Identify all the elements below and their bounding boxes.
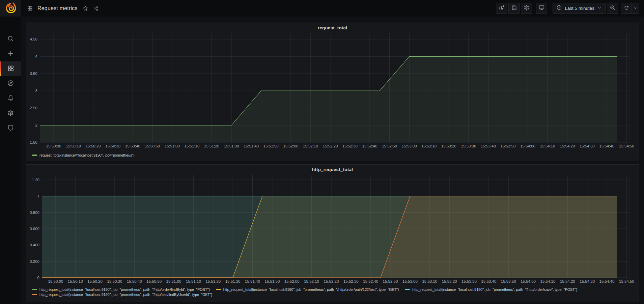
svg-text:15:53:20: 15:53:20 <box>441 144 456 148</box>
legend-series-label: http_request_total{instance="localhost:9… <box>412 287 577 292</box>
svg-text:15:51:20: 15:51:20 <box>204 144 219 148</box>
svg-text:3: 3 <box>35 89 37 93</box>
sidebar-item-server-admin[interactable] <box>0 121 21 136</box>
svg-text:3.50: 3.50 <box>30 72 37 76</box>
legend-item[interactable]: http_request_total{instance="localhost:9… <box>405 287 577 292</box>
grafana-logo-button[interactable] <box>0 0 21 17</box>
svg-text:15:53:10: 15:53:10 <box>421 144 437 148</box>
time-range-picker[interactable]: Last 5 minutes <box>553 3 606 14</box>
svg-text:15:54:30: 15:54:30 <box>580 279 595 283</box>
legend-series-marker <box>32 155 37 156</box>
svg-text:15:53:50: 15:53:50 <box>501 144 516 148</box>
svg-text:15:50:10: 15:50:10 <box>68 279 83 283</box>
svg-text:15:52:20: 15:52:20 <box>324 279 339 283</box>
svg-text:15:54:50: 15:54:50 <box>619 144 634 148</box>
svg-text:15:52:30: 15:52:30 <box>342 144 358 148</box>
svg-text:15:53:00: 15:53:00 <box>402 144 417 148</box>
legend-item[interactable]: http_request_total{instance="localhost:9… <box>32 293 212 297</box>
svg-text:1: 1 <box>37 194 39 198</box>
svg-text:15:51:50: 15:51:50 <box>263 144 279 148</box>
svg-text:15:51:50: 15:51:50 <box>265 279 280 283</box>
cycle-view-mode-button[interactable] <box>536 3 547 14</box>
legend-item[interactable]: http_request_total{instance="localhost:9… <box>32 287 210 292</box>
legend-series-marker <box>216 289 221 290</box>
svg-text:0: 0 <box>37 276 39 280</box>
time-range-label: Last 5 minutes <box>565 6 594 11</box>
bell-icon <box>7 94 14 103</box>
svg-text:15:51:10: 15:51:10 <box>185 144 200 148</box>
refresh-button[interactable] <box>621 3 632 14</box>
svg-text:15:51:00: 15:51:00 <box>165 144 180 148</box>
sidebar-item-dashboards[interactable] <box>0 61 21 76</box>
panel-request-total: request_total 4.5043.5032.5021.5015:50:0… <box>26 23 639 161</box>
gear-icon <box>7 109 14 118</box>
shield-icon <box>7 124 14 133</box>
svg-text:15:50:10: 15:50:10 <box>66 144 81 148</box>
svg-text:4: 4 <box>35 54 38 58</box>
add-panel-button[interactable] <box>496 3 507 14</box>
chevron-down-icon <box>633 5 638 11</box>
sidebar-item-explore[interactable] <box>0 76 21 91</box>
svg-text:1.20: 1.20 <box>32 178 39 182</box>
refresh-interval-dropdown[interactable] <box>632 3 639 14</box>
sidebar-item-search[interactable] <box>0 32 21 47</box>
svg-text:15:51:30: 15:51:30 <box>224 144 239 148</box>
legend-item[interactable]: request_total{instance="localhost:9190",… <box>32 153 135 157</box>
zoom-out-icon <box>610 5 616 12</box>
star-icon[interactable] <box>82 5 88 11</box>
svg-text:15:54:40: 15:54:40 <box>599 279 615 283</box>
svg-text:15:50:20: 15:50:20 <box>86 144 101 148</box>
svg-text:15:51:00: 15:51:00 <box>166 279 181 283</box>
gear-icon <box>524 5 530 12</box>
chart-legend: http_request_total{instance="localhost:9… <box>32 287 577 297</box>
share-icon[interactable] <box>93 5 99 11</box>
svg-text:15:54:40: 15:54:40 <box>599 144 614 148</box>
svg-text:15:54:00: 15:54:00 <box>520 144 535 148</box>
legend-series-marker <box>405 289 410 290</box>
svg-text:15:51:40: 15:51:40 <box>245 279 260 283</box>
svg-text:15:53:40: 15:53:40 <box>481 144 496 148</box>
svg-text:15:54:10: 15:54:10 <box>540 279 556 283</box>
dashboard-settings-button[interactable] <box>521 3 532 14</box>
chart-canvas[interactable]: 1.2010.8000.6000.4000.200015:50:0015:50:… <box>26 165 639 286</box>
legend-series-label: http_request_total{instance="localhost:9… <box>39 293 212 297</box>
panel-http-request-total: http_request_total 1.2010.8000.6000.4000… <box>26 164 639 302</box>
svg-text:15:53:00: 15:53:00 <box>402 279 418 283</box>
svg-text:15:52:50: 15:52:50 <box>382 144 397 148</box>
svg-text:15:52:10: 15:52:10 <box>304 279 319 283</box>
chart-canvas[interactable]: 4.5043.5032.5021.5015:50:0015:50:1015:50… <box>26 23 639 151</box>
svg-text:15:53:20: 15:53:20 <box>442 279 457 283</box>
svg-text:15:53:40: 15:53:40 <box>481 279 497 283</box>
dashboard-navbar: Request metrics <box>21 0 644 17</box>
svg-text:15:52:40: 15:52:40 <box>363 279 378 283</box>
svg-text:4.50: 4.50 <box>30 37 37 41</box>
svg-text:2.50: 2.50 <box>30 106 37 110</box>
svg-text:15:51:30: 15:51:30 <box>225 279 241 283</box>
svg-text:15:50:50: 15:50:50 <box>146 279 162 283</box>
svg-text:15:54:00: 15:54:00 <box>521 279 536 283</box>
sidebar-item-configuration[interactable] <box>0 106 21 121</box>
svg-text:15:51:20: 15:51:20 <box>205 279 221 283</box>
save-icon <box>511 5 517 12</box>
svg-text:15:52:30: 15:52:30 <box>343 279 359 283</box>
svg-text:15:51:10: 15:51:10 <box>186 279 201 283</box>
chart-legend: request_total{instance="localhost:9190",… <box>32 153 135 157</box>
svg-text:15:50:20: 15:50:20 <box>87 279 103 283</box>
zoom-out-button[interactable] <box>607 3 618 14</box>
sidebar-item-create[interactable] <box>0 47 21 61</box>
legend-row: request_total{instance="localhost:9190",… <box>32 153 135 157</box>
search-icon <box>7 35 14 44</box>
save-dashboard-button[interactable] <box>508 3 520 14</box>
dashboard-title[interactable]: Request metrics <box>37 5 78 11</box>
legend-item[interactable]: http_request_total{instance="localhost:9… <box>216 287 399 292</box>
apps-icon <box>27 5 33 11</box>
legend-series-marker <box>32 289 37 290</box>
svg-text:15:54:20: 15:54:20 <box>560 279 575 283</box>
sidebar-item-alerting[interactable] <box>0 91 21 106</box>
grafana-logo-icon <box>5 2 17 15</box>
svg-text:15:50:50: 15:50:50 <box>145 144 160 148</box>
legend-row: http_request_total{instance="localhost:9… <box>32 293 577 297</box>
svg-text:15:54:50: 15:54:50 <box>619 279 634 283</box>
svg-text:2: 2 <box>35 123 37 127</box>
svg-text:15:50:40: 15:50:40 <box>127 279 142 283</box>
